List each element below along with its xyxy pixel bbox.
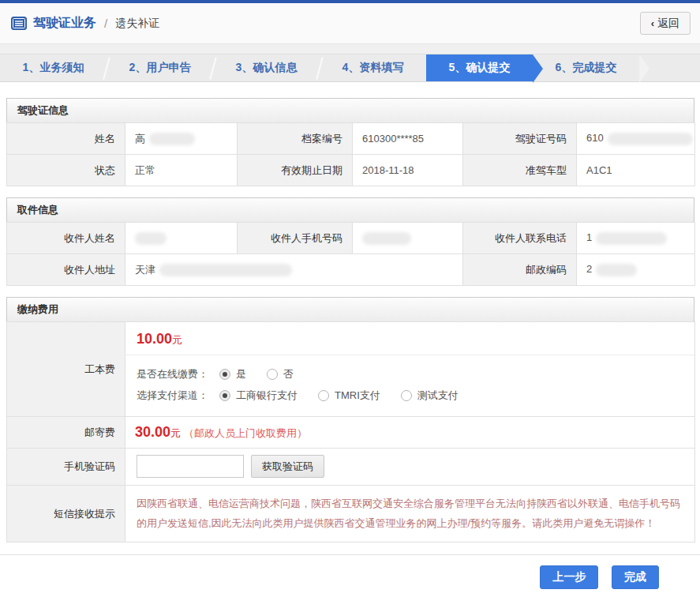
steps-bar: 1、业务须知 2、用户申告 3、确认信息 4、资料填写 5、确认提交 6、完成提…	[0, 54, 700, 82]
postcode-label: 邮政编码	[463, 254, 577, 286]
recipient-phone-value: 1	[577, 223, 695, 254]
sms-tip-label: 短信接收提示	[7, 486, 125, 543]
redacted-value	[159, 264, 292, 276]
pay-channel-row: 选择支付渠道： 工商银行支付 TMRI支付 测试支付	[137, 386, 683, 405]
recipient-address-value: 天津	[125, 254, 463, 286]
breadcrumb: 驾驶证业务 / 遗失补证	[11, 15, 159, 32]
license-section-title: 驾驶证信息	[6, 98, 694, 122]
status-value: 正常	[125, 155, 238, 186]
step-1-business-notes[interactable]: 1、业务须知	[0, 54, 107, 81]
table-row: 收件人姓名 收件人手机号码 收件人联系电话 1	[7, 223, 695, 254]
sms-code-label: 手机验证码	[7, 449, 125, 486]
pay-channel-question: 选择支付渠道：	[137, 389, 208, 403]
radio-unselected-icon	[401, 390, 412, 401]
step-2-user-declaration[interactable]: 2、用户申告	[107, 54, 213, 81]
page-header: 驾驶证业务 / 遗失补证 ‹ 返回	[0, 3, 700, 44]
recipient-mobile-value	[353, 223, 463, 254]
pickup-info-section: 取件信息 收件人姓名 收件人手机号码 收件人联系电话 1 收件人地址 天津 邮政…	[6, 197, 694, 286]
table-row: 工本费 10.00元 是否在线缴费： 是 否 选择支付渠道： 工商银行支付	[7, 322, 695, 417]
online-pay-question: 是否在线缴费：	[137, 367, 208, 381]
fees-table: 工本费 10.00元 是否在线缴费： 是 否 选择支付渠道： 工商银行支付	[6, 321, 695, 543]
chevron-left-icon: ‹	[651, 17, 654, 29]
postage-fee-label: 邮寄费	[7, 417, 125, 449]
postage-fee-value: 30.00元（邮政人员上门收取费用）	[125, 417, 695, 449]
sms-tip-text: 因陕西省联通、电信运营商技术问题，陕西省互联网交通安全综合服务管理平台无法向持陕…	[125, 486, 694, 542]
radio-unselected-icon	[318, 390, 329, 401]
fees-section: 缴纳费用 工本费 10.00元 是否在线缴费： 是 否	[6, 297, 694, 543]
finish-button[interactable]: 完成	[612, 565, 659, 589]
name-value: 高	[125, 123, 238, 155]
license-info-section: 驾驶证信息 姓名 高 档案编号 610300****85 驾驶证号码 610 状…	[6, 98, 694, 186]
redacted-value	[362, 232, 411, 245]
license-no-value: 610	[577, 123, 695, 155]
page-title: 驾驶证业务	[33, 15, 96, 32]
redacted-value	[596, 232, 667, 245]
table-row: 姓名 高 档案编号 610300****85 驾驶证号码 610	[7, 123, 695, 155]
radio-selected-icon	[219, 369, 230, 380]
prev-step-button[interactable]: 上一步	[540, 565, 598, 589]
table-row: 邮寄费 30.00元（邮政人员上门收取费用）	[7, 417, 695, 449]
redacted-value	[149, 133, 195, 145]
production-fee-amount: 10.00元	[125, 322, 694, 355]
main-content: 驾驶证信息 姓名 高 档案编号 610300****85 驾驶证号码 610 状…	[0, 82, 700, 543]
online-pay-row: 是否在线缴费： 是 否	[137, 365, 683, 384]
radio-online-pay-no[interactable]: 否	[267, 367, 294, 381]
radio-selected-icon	[219, 390, 230, 401]
get-code-button[interactable]: 获取验证码	[251, 455, 324, 478]
recipient-name-value	[125, 223, 238, 254]
back-button-label: 返回	[657, 17, 679, 31]
recipient-phone-label: 收件人联系电话	[463, 223, 577, 254]
postage-note: （邮政人员上门收取费用）	[184, 427, 307, 439]
redacted-value	[135, 232, 167, 245]
recipient-address-label: 收件人地址	[7, 254, 125, 286]
radio-channel-test[interactable]: 测试支付	[401, 389, 459, 403]
fees-section-title: 缴纳费用	[6, 297, 694, 321]
pickup-info-table: 收件人姓名 收件人手机号码 收件人联系电话 1 收件人地址 天津 邮政编码 2	[6, 222, 695, 286]
table-row: 短信接收提示 因陕西省联通、电信运营商技术问题，陕西省互联网交通安全综合服务管理…	[7, 486, 695, 543]
payment-options: 是否在线缴费： 是 否 选择支付渠道： 工商银行支付 TMRI支付 测试支付	[125, 355, 694, 416]
expiry-label: 有效期止日期	[238, 155, 353, 186]
redacted-value	[608, 133, 693, 145]
name-label: 姓名	[7, 123, 125, 155]
table-row: 收件人地址 天津 邮政编码 2	[7, 254, 695, 286]
step-4-fill-data[interactable]: 4、资料填写	[320, 54, 426, 81]
step-5-confirm-submit-active[interactable]: 5、确认提交	[426, 54, 533, 81]
production-fee-cell: 10.00元 是否在线缴费： 是 否 选择支付渠道： 工商银行支付 TMRI支付	[125, 322, 695, 417]
vehicle-class-value: A1C1	[577, 155, 695, 186]
radio-unselected-icon	[267, 369, 278, 380]
sms-tip-cell: 因陕西省联通、电信运营商技术问题，陕西省互联网交通安全综合服务管理平台无法向持陕…	[125, 486, 695, 543]
table-row: 手机验证码 获取验证码	[7, 449, 695, 486]
breadcrumb-separator: /	[104, 17, 107, 30]
file-no-value: 610300****85	[353, 123, 463, 155]
recipient-name-label: 收件人姓名	[7, 223, 125, 254]
file-no-label: 档案编号	[238, 123, 353, 155]
radio-online-pay-yes[interactable]: 是	[219, 367, 246, 381]
vehicle-class-label: 准驾车型	[463, 155, 577, 186]
recipient-mobile-label: 收件人手机号码	[238, 223, 353, 254]
list-icon	[11, 17, 27, 30]
page-subtitle: 遗失补证	[115, 17, 159, 31]
sms-code-input[interactable]	[137, 455, 244, 478]
table-row: 状态 正常 有效期止日期 2018-11-18 准驾车型 A1C1	[7, 155, 695, 186]
status-label: 状态	[7, 155, 125, 186]
pickup-section-title: 取件信息	[6, 197, 694, 222]
expiry-value: 2018-11-18	[353, 155, 463, 186]
step-6-complete-submit[interactable]: 6、完成提交	[533, 54, 639, 81]
sms-code-cell: 获取验证码	[125, 449, 695, 486]
step-3-confirm-info[interactable]: 3、确认信息	[213, 54, 320, 81]
header-gap	[0, 44, 700, 54]
radio-channel-tmri[interactable]: TMRI支付	[318, 389, 380, 403]
footer-actions: 上一步 完成	[0, 554, 700, 589]
production-fee-label: 工本费	[7, 322, 125, 417]
license-no-label: 驾驶证号码	[463, 123, 577, 155]
redacted-value	[596, 264, 637, 276]
license-info-table: 姓名 高 档案编号 610300****85 驾驶证号码 610 状态 正常 有…	[6, 122, 695, 186]
radio-channel-icbc[interactable]: 工商银行支付	[219, 389, 298, 403]
back-button[interactable]: ‹ 返回	[640, 12, 691, 35]
postcode-value: 2	[577, 254, 695, 286]
